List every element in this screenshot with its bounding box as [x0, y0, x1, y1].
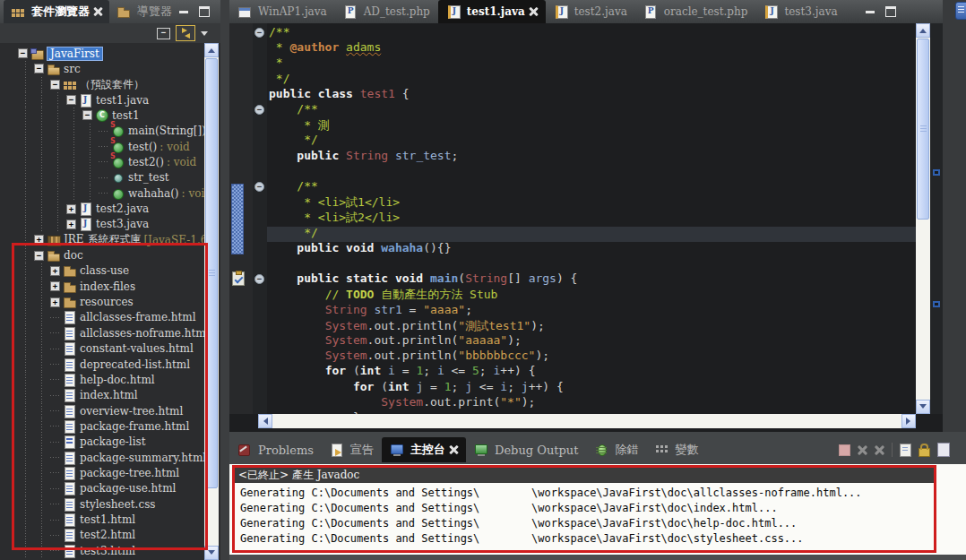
minimize-icon[interactable]	[179, 11, 188, 13]
code-token	[269, 380, 353, 393]
collapse-all-icon[interactable]: −	[157, 28, 170, 39]
overview-ruler[interactable]	[930, 23, 943, 414]
tree-item[interactable]: str_test	[18, 170, 204, 185]
console-tab[interactable]: 變數	[646, 437, 706, 462]
maximize-icon[interactable]	[885, 6, 896, 17]
link-with-editor-icon[interactable]	[176, 25, 195, 41]
code-token: ;	[479, 364, 494, 377]
todo-task-icon[interactable]	[232, 271, 245, 286]
terminate-icon[interactable]	[839, 444, 850, 456]
code-line: public void wahaha(){}	[269, 241, 452, 254]
overview-marker[interactable]	[933, 169, 940, 176]
tree-item[interactable]: +test3.java	[18, 217, 204, 232]
tree-indent-guide	[50, 139, 66, 154]
fold-collapse-icon[interactable]: −	[254, 274, 264, 284]
close-icon[interactable]	[529, 7, 538, 16]
editor-tab-label: test2.java	[574, 5, 627, 18]
code-token: {	[402, 87, 410, 100]
code-token: (	[458, 271, 465, 285]
console-tab-label: 主控台	[410, 442, 445, 458]
tree-indent-guide	[50, 108, 66, 123]
editor-tab-label: WinAP1.java	[258, 5, 327, 18]
collapse-toggle-icon[interactable]: −	[66, 95, 76, 105]
code-line: */	[269, 226, 318, 239]
code-token: */	[269, 133, 318, 146]
clear-console-icon[interactable]	[900, 444, 911, 457]
overview-marker[interactable]	[933, 301, 940, 307]
tree-indent-guide	[66, 185, 82, 201]
editor-tab[interactable]: test3.java	[755, 0, 845, 23]
code-token: for	[353, 380, 381, 393]
editor-tab[interactable]: test1.java	[438, 0, 546, 23]
code-token: ;	[452, 380, 466, 393]
view-menu-icon[interactable]	[201, 31, 208, 39]
code-token	[269, 333, 325, 347]
editor-tab[interactable]: oracle_test.php	[635, 0, 756, 23]
editor-tab[interactable]: AD_test.php	[335, 0, 438, 23]
code-line: * @author adams	[269, 40, 381, 54]
remove-all-launches-icon[interactable]	[875, 445, 884, 455]
tree-item[interactable]: wahaha(): void	[18, 185, 204, 201]
console-tab[interactable]: Problems	[229, 437, 322, 462]
editor-tab[interactable]: test2.java	[546, 0, 635, 23]
tree-item[interactable]: −JavaFirst	[18, 46, 204, 61]
tree-item[interactable]: −（預設套件）	[18, 77, 204, 92]
scroll-up-icon[interactable]	[916, 23, 930, 38]
tree-item[interactable]: test2(): void	[18, 154, 204, 169]
pin-console-icon[interactable]	[937, 443, 950, 457]
scroll-lock-icon[interactable]	[919, 448, 930, 457]
tree-indent-guide	[34, 77, 50, 92]
fold-collapse-icon[interactable]: −	[254, 182, 264, 192]
panel-tab[interactable]: 套件瀏覽器	[4, 0, 109, 23]
tree-item[interactable]: −test1.java	[18, 92, 204, 108]
editor-vscrollbar[interactable]	[916, 23, 930, 414]
collapse-toggle-icon[interactable]: −	[18, 48, 28, 58]
code-token: .out.println(	[367, 319, 459, 332]
expand-toggle-icon[interactable]: +	[66, 220, 76, 229]
maximize-icon[interactable]	[199, 6, 210, 17]
collapse-toggle-icon[interactable]: −	[34, 64, 44, 73]
close-icon[interactable]	[449, 445, 458, 454]
code-token: System	[381, 395, 423, 409]
scroll-up-icon[interactable]	[204, 43, 219, 57]
code-line: public class test1 {	[269, 87, 410, 100]
remove-launch-icon[interactable]	[858, 445, 867, 455]
scroll-down-icon[interactable]	[916, 400, 930, 414]
console-tab[interactable]: 宣告	[322, 437, 382, 462]
code-token: "aaaa"	[423, 303, 465, 316]
code-editor[interactable]: /** * @author adams * */public class tes…	[267, 25, 916, 414]
editor-hscrollbar[interactable]	[258, 414, 916, 428]
editor-tabstrip: WinAP1.javaAD_test.phptest1.javatest2.ja…	[229, 0, 946, 23]
panel-drag-handle[interactable]	[1, 4, 3, 20]
code-token: int	[360, 364, 388, 377]
editor-tab[interactable]: WinAP1.java	[229, 0, 335, 23]
code-token: []	[507, 271, 528, 285]
code-token: "測試test1"	[458, 319, 530, 332]
scroll-left-icon[interactable]	[258, 414, 272, 428]
expand-toggle-icon[interactable]: +	[66, 204, 76, 214]
panel-tab[interactable]: 導覽器	[109, 0, 179, 23]
ide-window: 套件瀏覽器導覽器 − −JavaFirst−src−（預設套件）−test1.j…	[0, 0, 966, 560]
collapse-toggle-icon[interactable]: −	[82, 110, 92, 120]
code-token: String	[465, 271, 507, 285]
tree-item-label: JavaFirst	[47, 47, 102, 60]
close-icon[interactable]	[93, 7, 102, 16]
toolbar-separator	[892, 443, 893, 457]
editor-vscrollbar-thumb[interactable]	[917, 39, 929, 220]
fold-collapse-icon[interactable]: −	[254, 28, 264, 38]
console-tab-label: 除錯	[615, 442, 638, 458]
collapse-toggle-icon[interactable]: −	[50, 80, 60, 90]
scroll-right-icon[interactable]	[901, 414, 916, 428]
console-tab[interactable]: 主控台	[382, 437, 466, 462]
folder-icon	[116, 4, 131, 19]
fold-collapse-icon[interactable]: −	[254, 105, 264, 115]
perspective-switcher-icon[interactable]	[955, 2, 966, 20]
minimize-icon[interactable]	[866, 11, 875, 13]
tree-indent-guide	[34, 92, 50, 108]
tree-item[interactable]: +test2.java	[18, 202, 204, 217]
console-tab[interactable]: Debug Output	[466, 437, 586, 462]
console-tab[interactable]: 除錯	[586, 437, 646, 462]
code-token: String	[325, 303, 375, 316]
tree-item[interactable]: −src	[18, 61, 204, 76]
tree-indent-guide	[66, 139, 82, 154]
